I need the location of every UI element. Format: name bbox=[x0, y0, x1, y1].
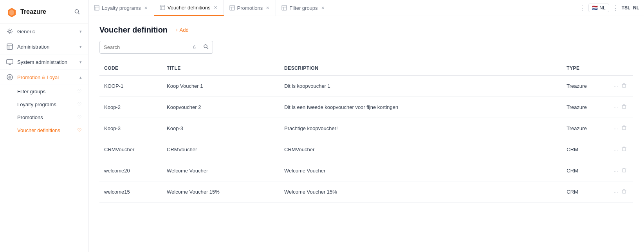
svg-rect-10 bbox=[94, 5, 99, 10]
svg-rect-39 bbox=[622, 148, 626, 151]
page-header: Voucher definition + Add bbox=[99, 25, 633, 34]
heart-icon: ♡ bbox=[77, 127, 82, 133]
cell-code: CRMVoucher bbox=[99, 139, 162, 160]
gear-icon bbox=[6, 28, 13, 35]
svg-point-22 bbox=[204, 45, 207, 48]
cell-title: Welcome Voucher bbox=[162, 160, 280, 181]
cell-actions: ··· bbox=[609, 160, 633, 181]
svg-rect-13 bbox=[160, 5, 165, 10]
svg-rect-49 bbox=[622, 190, 626, 193]
page-title: Voucher definition bbox=[99, 25, 168, 34]
sidebar-sub-voucher-definitions[interactable]: Voucher definitions ♡ bbox=[0, 124, 88, 137]
logo-text: Treazure bbox=[20, 8, 46, 15]
sidebar-item-administration-label: Administration bbox=[17, 44, 49, 50]
tab-close-filter-groups[interactable]: ✕ bbox=[320, 5, 325, 11]
table-row: welcome20 Welcome Voucher Welcome Vouche… bbox=[99, 160, 633, 181]
sidebar-item-promotion-loyalty-label: Promotion & Loyal bbox=[17, 74, 59, 80]
cell-title: Koopvoucher 2 bbox=[162, 97, 280, 118]
sidebar-item-system-administration-label: System administration bbox=[17, 59, 67, 65]
column-header-description: Description bbox=[280, 62, 562, 75]
heart-icon: ♡ bbox=[77, 102, 82, 107]
tab-voucher-definitions-label: Voucher definitions bbox=[168, 5, 211, 11]
row-delete-button[interactable] bbox=[620, 166, 628, 176]
sidebar: Treazure Generic ▾ Administration ▾ bbox=[0, 0, 88, 252]
tab-filter-groups[interactable]: Filter groups ✕ bbox=[276, 0, 331, 16]
row-delete-button[interactable] bbox=[620, 123, 628, 133]
trash-icon bbox=[621, 83, 627, 88]
table-row: Koop-2 Koopvoucher 2 Dit is een tweede k… bbox=[99, 97, 633, 118]
cell-type: Treazure bbox=[562, 75, 609, 97]
cell-title: Koop-3 bbox=[162, 118, 280, 139]
tab-close-loyalty-programs[interactable]: ✕ bbox=[143, 5, 148, 11]
sidebar-sub-voucher-definitions-label: Voucher definitions bbox=[17, 127, 60, 133]
heart-icon: ♡ bbox=[77, 114, 82, 120]
sidebar-sub-loyalty-programs[interactable]: Loyalty programs ♡ bbox=[0, 98, 88, 111]
flag-icon: 🇳🇱 bbox=[592, 5, 598, 11]
tab-close-promotions[interactable]: ✕ bbox=[265, 5, 270, 11]
logo-area: Treazure bbox=[0, 0, 88, 24]
row-more-icon[interactable]: ··· bbox=[613, 168, 618, 174]
system-icon bbox=[6, 58, 13, 65]
svg-point-0 bbox=[75, 10, 79, 13]
row-more-icon[interactable]: ··· bbox=[613, 104, 618, 111]
sidebar-search-button[interactable] bbox=[72, 7, 82, 16]
chevron-down-icon: ▾ bbox=[79, 29, 82, 34]
search-count: 6 bbox=[190, 45, 199, 50]
tab-loyalty-programs[interactable]: Loyalty programs ✕ bbox=[88, 0, 154, 16]
admin-icon bbox=[6, 43, 13, 50]
row-delete-button[interactable] bbox=[620, 81, 628, 91]
tab-close-voucher-definitions[interactable]: ✕ bbox=[213, 4, 218, 11]
cell-code: Koop-3 bbox=[99, 118, 162, 139]
cell-title: Koop Voucher 1 bbox=[162, 75, 280, 97]
cell-code: KOOP-1 bbox=[99, 75, 162, 97]
tab-promotions[interactable]: Promotions ✕ bbox=[224, 0, 276, 16]
search-input[interactable] bbox=[100, 42, 190, 53]
svg-line-1 bbox=[78, 13, 80, 15]
table-icon bbox=[160, 5, 165, 10]
row-more-icon[interactable]: ··· bbox=[613, 147, 618, 153]
main-area: Loyalty programs ✕ Voucher definitions ✕… bbox=[88, 0, 644, 252]
more-options-icon[interactable]: ⋮ bbox=[579, 4, 585, 12]
search-icon bbox=[74, 9, 80, 15]
sidebar-item-generic[interactable]: Generic ▾ bbox=[0, 24, 88, 39]
sidebar-sub-filter-groups[interactable]: Filter groups ♡ bbox=[0, 85, 88, 98]
table-icon bbox=[94, 5, 99, 11]
add-button[interactable]: + Add bbox=[172, 25, 192, 34]
column-header-type: Type bbox=[562, 62, 609, 75]
cell-actions: ··· bbox=[609, 97, 633, 118]
sidebar-item-system-administration[interactable]: System administration ▾ bbox=[0, 54, 88, 70]
column-header-code: Code bbox=[99, 62, 162, 75]
tab-bar-actions: ⋮ 🇳🇱 NL ⋮ TSL_NL bbox=[574, 4, 644, 12]
cell-description: Prachtige koopvoucher! bbox=[280, 118, 562, 139]
sidebar-item-promotion-loyalty[interactable]: Promotion & Loyal ▴ bbox=[0, 70, 88, 85]
search-submit-button[interactable] bbox=[199, 41, 213, 53]
row-more-icon[interactable]: ··· bbox=[613, 189, 618, 195]
trash-icon bbox=[621, 167, 627, 173]
tab-voucher-definitions[interactable]: Voucher definitions ✕ bbox=[154, 0, 224, 16]
sidebar-item-administration[interactable]: Administration ▾ bbox=[0, 39, 88, 54]
row-more-icon[interactable]: ··· bbox=[613, 83, 618, 89]
language-selector[interactable]: 🇳🇱 NL bbox=[588, 4, 609, 12]
table-icon bbox=[281, 5, 287, 11]
svg-rect-24 bbox=[622, 84, 626, 87]
user-more-options-icon[interactable]: ⋮ bbox=[612, 4, 619, 12]
voucher-table: Code Title Description Type KOOP-1 Koop … bbox=[99, 62, 633, 203]
treazure-logo-icon bbox=[6, 6, 17, 17]
tab-promotions-label: Promotions bbox=[237, 5, 263, 11]
search-bar: 6 bbox=[99, 41, 213, 54]
row-delete-button[interactable] bbox=[620, 187, 628, 197]
row-more-icon[interactable]: ··· bbox=[613, 125, 618, 132]
table-icon bbox=[229, 5, 235, 11]
loyalty-icon bbox=[6, 74, 13, 81]
cell-description: CRMVoucher bbox=[280, 139, 562, 160]
table-body: KOOP-1 Koop Voucher 1 Dit is koopvoucher… bbox=[99, 75, 633, 203]
cell-type: Treazure bbox=[562, 118, 609, 139]
row-delete-button[interactable] bbox=[620, 145, 628, 154]
heart-icon: ♡ bbox=[77, 89, 82, 94]
sidebar-sub-promotions[interactable]: Promotions ♡ bbox=[0, 111, 88, 124]
user-badge: TSL_NL bbox=[622, 5, 639, 11]
row-delete-button[interactable] bbox=[620, 102, 628, 112]
svg-rect-29 bbox=[622, 105, 626, 109]
cell-type: CRM bbox=[562, 160, 609, 181]
cell-title: CRMVoucher bbox=[162, 139, 280, 160]
